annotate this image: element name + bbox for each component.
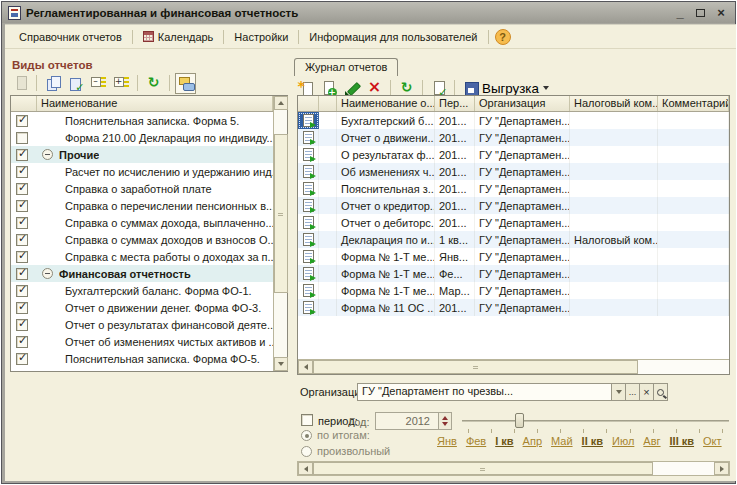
check-all-button[interactable] bbox=[65, 73, 86, 94]
tree-group-row[interactable]: Финансовая отчетность bbox=[11, 265, 273, 282]
scroll-right-button[interactable] bbox=[714, 462, 729, 475]
hierarchy-view-button[interactable] bbox=[175, 73, 196, 94]
row-checkbox[interactable] bbox=[16, 200, 28, 212]
close-button[interactable]: × bbox=[713, 4, 729, 22]
journal-row[interactable]: Форма № 11 ОС ...201...ГУ "Департамен... bbox=[298, 299, 729, 316]
spin-up-icon[interactable] bbox=[442, 416, 448, 420]
journal-column-header[interactable]: Налоговый ком... bbox=[570, 96, 658, 111]
tree-row[interactable]: Отчет о результатах финансовой деяте... bbox=[11, 316, 273, 333]
journal-row[interactable]: Бухгалтерский б...201...ГУ "Департамен..… bbox=[298, 112, 729, 129]
tree-row[interactable]: Отчет об изменениях чистых активов и ... bbox=[11, 333, 273, 350]
tree-row[interactable]: Справка о суммах доходов и взносов О... bbox=[11, 231, 273, 248]
period-link[interactable]: Май bbox=[551, 435, 573, 447]
row-checkbox[interactable] bbox=[16, 353, 28, 365]
menu-item-settings[interactable]: Настройки bbox=[226, 29, 296, 45]
organization-clear-button[interactable]: × bbox=[640, 383, 654, 401]
collapse-toggle-icon[interactable] bbox=[42, 268, 53, 279]
scrollbar-thumb[interactable] bbox=[274, 134, 288, 293]
menu-item-report-directory[interactable]: Справочник отчетов bbox=[11, 29, 130, 45]
journal-column-header[interactable]: Пер... bbox=[435, 96, 475, 111]
row-checkbox[interactable] bbox=[16, 336, 28, 348]
row-checkbox[interactable] bbox=[16, 319, 28, 331]
period-link[interactable]: Июл bbox=[612, 435, 634, 447]
period-link[interactable]: Янв bbox=[437, 435, 457, 447]
spin-down-icon[interactable] bbox=[442, 422, 448, 426]
journal-column-header[interactable]: Наименование о... bbox=[337, 96, 435, 111]
row-checkbox[interactable] bbox=[16, 302, 28, 314]
menu-item-user-info[interactable]: Информация для пользователей bbox=[301, 29, 485, 45]
row-checkbox[interactable] bbox=[16, 217, 28, 229]
journal-row[interactable]: Форма № 1-Т ме...Фе...ГУ "Департамен... bbox=[298, 265, 729, 282]
tree-row[interactable]: Справка о заработной плате bbox=[11, 180, 273, 197]
period-link[interactable]: Фев bbox=[466, 435, 486, 447]
row-checkbox[interactable] bbox=[16, 115, 28, 127]
form-hscrollbar[interactable] bbox=[297, 461, 730, 476]
period-checkbox[interactable] bbox=[301, 414, 313, 426]
tree-row[interactable]: Форма 210.00 Декларация по индивиду... bbox=[11, 129, 273, 146]
tree-row[interactable]: Пояснительная записка. Форма ФО-5. bbox=[11, 350, 273, 367]
row-checkbox[interactable] bbox=[16, 251, 28, 263]
journal-row[interactable]: Отчет о дебиторс...201...ГУ "Департамен.… bbox=[298, 214, 729, 231]
journal-row[interactable]: Отчет о движени...201...ГУ "Департамен..… bbox=[298, 129, 729, 146]
collapse-toggle-icon[interactable] bbox=[42, 149, 53, 160]
period-link[interactable]: III кв bbox=[670, 435, 695, 447]
row-checkbox[interactable] bbox=[16, 166, 28, 178]
tree-row[interactable]: Пояснительная записка. Форма 5. bbox=[11, 112, 273, 129]
new-button[interactable] bbox=[10, 73, 31, 94]
journal-column-header[interactable] bbox=[298, 96, 319, 111]
organization-select-button[interactable]: ... bbox=[626, 383, 640, 401]
tree-row[interactable]: Отчет о движении денег. Форма ФО-3. bbox=[11, 299, 273, 316]
scrollbar-thumb[interactable] bbox=[313, 462, 653, 475]
row-checkbox[interactable] bbox=[16, 268, 28, 280]
radio-by-results[interactable]: по итогам: bbox=[301, 429, 370, 441]
period-slider-track[interactable] bbox=[462, 420, 729, 422]
tab-report-journal[interactable]: Журнал отчетов bbox=[294, 58, 398, 76]
tree-row[interactable]: Справка с места работы о доходах за п... bbox=[11, 248, 273, 265]
scroll-up-button[interactable] bbox=[274, 96, 288, 110]
period-link[interactable]: Апр bbox=[523, 435, 542, 447]
period-link[interactable]: I кв bbox=[495, 435, 513, 447]
title-bar[interactable]: Регламентированная и финансовая отчетнос… bbox=[2, 2, 735, 23]
minimize-button[interactable]: _ bbox=[672, 4, 688, 22]
row-checkbox[interactable] bbox=[16, 234, 28, 246]
row-checkbox[interactable] bbox=[16, 183, 28, 195]
help-button[interactable]: ? bbox=[495, 29, 511, 45]
journal-column-header[interactable]: Организация bbox=[475, 96, 570, 111]
organization-value[interactable]: ГУ "Департамент по чрезвы... bbox=[357, 383, 612, 401]
journal-row[interactable]: О результатах ф...201...ГУ "Департамен..… bbox=[298, 146, 729, 163]
journal-column-header[interactable] bbox=[319, 96, 337, 111]
period-link[interactable]: II кв bbox=[582, 435, 603, 447]
menu-item-calendar[interactable]: Календарь bbox=[135, 29, 222, 45]
journal-row[interactable]: Пояснительная з...201...ГУ "Департамен..… bbox=[298, 180, 729, 197]
tree-row[interactable]: Расчет по исчислению и удержанию инд... bbox=[11, 163, 273, 180]
maximize-button[interactable] bbox=[696, 9, 705, 17]
tree-group-row[interactable]: Прочие bbox=[11, 146, 273, 163]
report-types-vscrollbar[interactable] bbox=[273, 96, 287, 371]
journal-hscrollbar[interactable] bbox=[298, 359, 729, 374]
tree-row[interactable]: Справка о перечислении пенсионных в... bbox=[11, 197, 273, 214]
journal-row[interactable]: Форма № 1-Т ме...Мар...ГУ "Департамен... bbox=[298, 282, 729, 299]
scroll-down-button[interactable] bbox=[274, 357, 288, 371]
scroll-left-button[interactable] bbox=[298, 462, 313, 475]
journal-row[interactable]: Декларация по и...1 кв...ГУ "Департамен.… bbox=[298, 231, 729, 248]
expand-all-button[interactable] bbox=[111, 73, 132, 94]
journal-column-header[interactable]: Комментарий bbox=[658, 96, 729, 111]
organization-open-button[interactable] bbox=[654, 383, 668, 401]
row-checkbox[interactable] bbox=[16, 285, 28, 297]
scrollbar-thumb[interactable] bbox=[313, 360, 638, 374]
year-value[interactable]: 2012 bbox=[375, 412, 439, 430]
journal-row[interactable]: Отчет о кредитор...201...ГУ "Департамен.… bbox=[298, 197, 729, 214]
copy-button[interactable] bbox=[42, 73, 63, 94]
radio-arbitrary[interactable]: произвольный bbox=[301, 445, 390, 457]
journal-row[interactable]: Форма № 1-Т ме...Янв...ГУ "Департамен... bbox=[298, 248, 729, 265]
refresh-button[interactable] bbox=[143, 73, 164, 94]
period-link[interactable]: Авг bbox=[643, 435, 660, 447]
period-slider-handle[interactable] bbox=[515, 413, 524, 428]
organization-dropdown-button[interactable] bbox=[612, 383, 626, 401]
row-checkbox[interactable] bbox=[16, 149, 28, 161]
row-checkbox[interactable] bbox=[16, 132, 28, 144]
tree-row[interactable]: Бухгалтерский баланс. Форма ФО-1. bbox=[11, 282, 273, 299]
journal-row[interactable]: Об изменениях ч...201...ГУ "Департамен..… bbox=[298, 163, 729, 180]
tree-row[interactable]: Справка о суммах дохода, выплаченно... bbox=[11, 214, 273, 231]
period-link[interactable]: Окт bbox=[703, 435, 722, 447]
